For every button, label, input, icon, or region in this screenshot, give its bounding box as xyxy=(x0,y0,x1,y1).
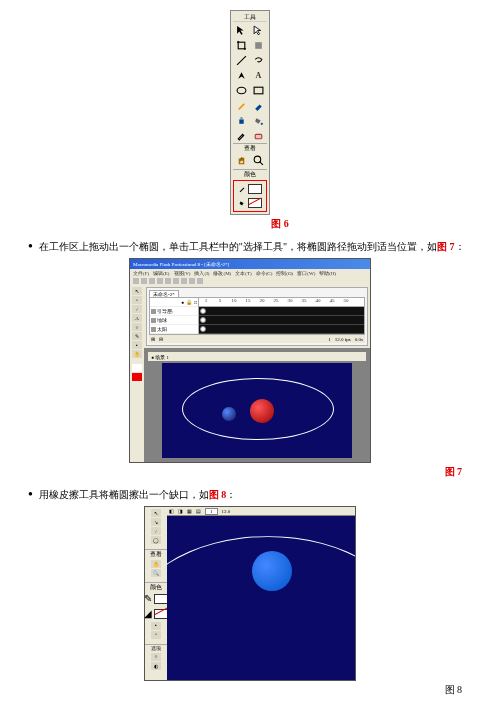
bullet-2-text-b: ： xyxy=(226,489,236,500)
oval-tool-icon[interactable] xyxy=(233,83,249,97)
palette-label-options: 选项 xyxy=(145,644,167,652)
toolbar-icon[interactable] xyxy=(165,278,171,284)
toolbar-icon[interactable] xyxy=(181,278,187,284)
layer-guide[interactable]: 引导层: xyxy=(150,307,198,316)
tool-icon[interactable]: ↖ xyxy=(151,509,161,517)
paint-bucket-tool-icon[interactable] xyxy=(251,113,267,127)
color-section-highlight xyxy=(233,180,267,212)
document-tab[interactable]: 未命名-2* xyxy=(149,290,179,297)
line-tool-icon[interactable] xyxy=(233,53,249,67)
menu-modify[interactable]: 修改(M) xyxy=(213,270,231,276)
zoom-tool-icon[interactable] xyxy=(251,154,267,168)
tool-icon[interactable]: / xyxy=(151,527,161,535)
canvas[interactable] xyxy=(162,363,352,458)
main-toolbar xyxy=(130,277,370,285)
tool-icon[interactable]: ↖ xyxy=(132,287,142,295)
menu-insert[interactable]: 插入(I) xyxy=(194,270,209,276)
menu-help[interactable]: 帮助(H) xyxy=(319,270,336,276)
sun-circle[interactable] xyxy=(250,399,274,423)
palette-tools-grid: A xyxy=(233,22,267,143)
timeline-frames[interactable]: 15101520253035404550 xyxy=(199,298,364,334)
canvas[interactable] xyxy=(167,516,355,680)
selection-tool-icon[interactable] xyxy=(233,23,249,37)
timeline-ruler: 15101520253035404550 xyxy=(199,298,364,307)
option-icon[interactable]: ▪ xyxy=(151,622,161,630)
toolbar-icon[interactable] xyxy=(157,278,163,284)
stroke-color-swatch[interactable] xyxy=(248,184,262,194)
tool-icon[interactable]: / xyxy=(132,305,142,313)
timeline-track[interactable] xyxy=(199,307,364,316)
bullet-icon: ● xyxy=(28,239,33,252)
timeline-track[interactable] xyxy=(199,316,364,325)
layer-earth[interactable]: 地球 xyxy=(150,316,198,325)
menu-text[interactable]: 文本(T) xyxy=(235,270,251,276)
gradient-transform-tool-icon[interactable] xyxy=(251,38,267,52)
free-transform-tool-icon[interactable] xyxy=(233,38,249,52)
tool-icon[interactable]: A xyxy=(132,314,142,322)
bullet-item-2: ● 用橡皮擦工具将椭圆擦出一个缺口，如图 8： xyxy=(28,487,472,502)
earth-circle[interactable] xyxy=(252,551,292,591)
text-tool-icon[interactable]: A xyxy=(251,68,267,82)
menu-view[interactable]: 视图(V) xyxy=(174,270,191,276)
toolbar-icon[interactable] xyxy=(133,278,139,284)
figure-7-label: 图 7 xyxy=(445,465,463,479)
fill-color-swatch[interactable] xyxy=(154,609,168,619)
svg-point-1 xyxy=(237,41,239,43)
eraser-tool-icon[interactable] xyxy=(251,128,267,142)
fill-color-swatch[interactable] xyxy=(248,198,262,208)
option-icon[interactable]: ◐ xyxy=(151,662,161,670)
svg-rect-8 xyxy=(240,117,242,119)
pen-tool-icon[interactable] xyxy=(233,68,249,82)
hand-tool-icon[interactable] xyxy=(233,154,249,168)
bullet-1-text-b: ： xyxy=(455,241,465,252)
menu-commands[interactable]: 命令(C) xyxy=(256,270,273,276)
brush-tool-icon[interactable] xyxy=(251,98,267,112)
side-tool-palette: ↖↘ /◯ 查看 ✋🔍 颜色 ✎ ◢ ▪▫ 选项 ○◐ xyxy=(145,507,167,680)
figure-8-label: 图 8 xyxy=(445,683,463,697)
stroke-icon: ✎ xyxy=(144,593,152,604)
toolbar-icon[interactable] xyxy=(197,278,203,284)
menu-file[interactable]: 文件(F) xyxy=(133,270,149,276)
eyedropper-tool-icon[interactable] xyxy=(233,128,249,142)
keyframe-icon[interactable] xyxy=(200,326,206,332)
menu-edit[interactable]: 编辑(E) xyxy=(153,270,169,276)
stroke-pencil-icon xyxy=(238,184,246,195)
stroke-color-swatch[interactable] xyxy=(154,594,168,604)
toolbar-icon[interactable] xyxy=(189,278,195,284)
zoom-tool-icon[interactable]: 🔍 xyxy=(151,569,161,577)
tool-icon[interactable]: ✋ xyxy=(132,350,142,358)
toolbar-icon[interactable] xyxy=(173,278,179,284)
fill-swatch[interactable] xyxy=(132,373,142,381)
figure-7-ref: 图 7 xyxy=(437,241,455,252)
toolbar-icon[interactable] xyxy=(149,278,155,284)
fill-icon: ◢ xyxy=(144,608,152,619)
svg-rect-10 xyxy=(255,134,262,138)
lasso-tool-icon[interactable] xyxy=(251,53,267,67)
menu-control[interactable]: 控制(O) xyxy=(276,270,293,276)
toolbar-icon[interactable] xyxy=(141,278,147,284)
stroke-swatch[interactable] xyxy=(132,364,142,372)
tool-icon[interactable]: ↘ xyxy=(151,518,161,526)
tool-icon[interactable]: ▪ xyxy=(132,341,142,349)
option-icon[interactable]: ○ xyxy=(151,653,161,661)
timeline-track[interactable] xyxy=(199,325,364,334)
subselection-tool-icon[interactable] xyxy=(251,23,267,37)
layer-sun[interactable]: 太阳 xyxy=(150,325,198,334)
hand-tool-icon[interactable]: ✋ xyxy=(151,560,161,568)
tool-icon[interactable]: ▫ xyxy=(132,296,142,304)
tool-icon[interactable]: ◯ xyxy=(151,536,161,544)
option-icon[interactable]: ▫ xyxy=(151,631,161,639)
ink-bottle-tool-icon[interactable] xyxy=(233,113,249,127)
tool-icon[interactable]: ✎ xyxy=(132,332,142,340)
rectangle-tool-icon[interactable] xyxy=(251,83,267,97)
figure-6-label: 图 6 xyxy=(271,218,289,229)
scene-label[interactable]: ● 场景 1 xyxy=(151,354,169,360)
palette-label-tools: 工具 xyxy=(233,13,267,22)
tool-icon[interactable]: ○ xyxy=(132,323,142,331)
pencil-tool-icon[interactable] xyxy=(233,98,249,112)
bullet-item-1: ● 在工作区上拖动出一个椭圆，单击工具栏中的"选择工具"，将椭圆路径拖动到适当位… xyxy=(28,239,472,254)
keyframe-icon[interactable] xyxy=(200,308,206,314)
keyframe-icon[interactable] xyxy=(200,317,206,323)
menu-window[interactable]: 窗口(W) xyxy=(297,270,315,276)
bullet-icon: ● xyxy=(28,487,33,500)
